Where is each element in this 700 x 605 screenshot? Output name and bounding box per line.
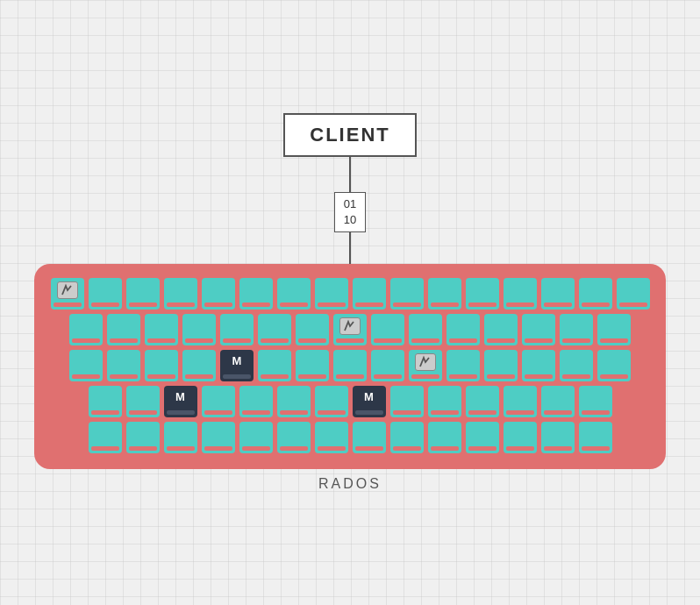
key-r4-10 (428, 386, 461, 417)
key-r1-10 (390, 278, 424, 310)
key-r3-8 (333, 350, 367, 381)
key-m-2: M (164, 386, 197, 417)
keyboard-wrapper: M (34, 264, 666, 492)
key-r1-14 (541, 278, 575, 310)
key-r3-6 (258, 350, 291, 381)
connector-line: 01 10 (334, 157, 366, 264)
key-r2-1 (69, 314, 103, 345)
key-r4-9 (390, 386, 424, 417)
key-m-1: M (220, 350, 254, 381)
key-r5-7 (315, 422, 348, 453)
line-bottom (349, 232, 351, 264)
key-r1-8 (315, 278, 348, 310)
key-r4-2 (126, 386, 160, 417)
key-r3-2 (107, 350, 140, 381)
key-r5-12 (504, 422, 537, 453)
data-packet-box: 01 10 (334, 192, 366, 232)
key-lambda-3 (409, 350, 442, 381)
key-row-2 (50, 314, 650, 345)
key-r3-15 (597, 350, 631, 381)
key-r2-7 (296, 314, 329, 345)
key-r5-1 (89, 422, 122, 453)
key-r2-12 (484, 314, 518, 345)
key-r5-4 (202, 422, 235, 453)
key-r5-3 (164, 422, 197, 453)
key-row-5 (50, 422, 650, 453)
key-r4-7 (315, 386, 348, 417)
key-r5-11 (466, 422, 499, 453)
diagram: CLIENT 01 10 (34, 113, 666, 492)
lambda-icon-3 (415, 353, 436, 371)
key-r1-2 (89, 278, 122, 310)
key-r1-13 (504, 278, 537, 310)
key-r1-12 (466, 278, 499, 310)
key-row-1 (50, 278, 650, 310)
key-r2-13 (522, 314, 555, 345)
key-r1-11 (428, 278, 461, 310)
key-row-4: M M (50, 386, 650, 417)
key-r2-10 (409, 314, 442, 345)
key-r1-3 (126, 278, 160, 310)
key-m-3: M (353, 386, 386, 417)
key-r1-5 (202, 278, 235, 310)
key-r2-15 (597, 314, 631, 345)
m-label-1: M (220, 354, 254, 367)
key-r5-2 (126, 422, 160, 453)
lambda-icon (57, 281, 78, 299)
key-r1-7 (277, 278, 311, 310)
key-r3-3 (145, 350, 178, 381)
client-box: CLIENT (283, 113, 416, 157)
key-r2-4 (182, 314, 216, 345)
line-top (349, 157, 351, 192)
lambda-icon-2 (339, 317, 361, 335)
key-r3-11 (446, 350, 480, 381)
key-r4-4 (202, 386, 235, 417)
key-r1-15 (579, 278, 612, 310)
key-r4-1 (89, 386, 122, 417)
key-r3-9 (371, 350, 404, 381)
key-r3-13 (522, 350, 555, 381)
key-r5-6 (277, 422, 311, 453)
key-r5-5 (239, 422, 273, 453)
data-line2: 10 (344, 213, 356, 226)
key-r3-4 (182, 350, 216, 381)
key-r2-2 (107, 314, 140, 345)
key-r1-16 (617, 278, 650, 310)
key-r4-6 (277, 386, 311, 417)
key-r4-12 (504, 386, 537, 417)
key-r4-5 (239, 386, 273, 417)
key-lambda-1 (51, 278, 84, 310)
key-r2-6 (258, 314, 291, 345)
key-r5-14 (579, 422, 612, 453)
key-r4-11 (466, 386, 499, 417)
key-r3-7 (296, 350, 329, 381)
key-r4-13 (541, 386, 575, 417)
client-label: CLIENT (310, 124, 389, 146)
data-line1: 01 (344, 197, 356, 210)
key-row-3: M (50, 350, 650, 381)
rados-label: RADOS (318, 476, 382, 492)
key-r1-9 (353, 278, 386, 310)
keyboard-rows: M (50, 278, 650, 453)
key-r1-6 (239, 278, 273, 310)
key-r5-8 (353, 422, 386, 453)
key-r2-3 (145, 314, 178, 345)
key-r3-1 (69, 350, 103, 381)
key-r3-14 (560, 350, 593, 381)
key-r3-12 (484, 350, 518, 381)
key-lambda-2 (333, 314, 367, 345)
m-label-3: M (353, 390, 386, 403)
key-r2-5 (220, 314, 254, 345)
key-r5-10 (428, 422, 461, 453)
key-r2-9 (371, 314, 404, 345)
m-label-2: M (164, 390, 197, 403)
key-r2-14 (560, 314, 593, 345)
key-r2-11 (446, 314, 480, 345)
key-r5-9 (390, 422, 424, 453)
key-r4-14 (579, 386, 612, 417)
key-r5-13 (541, 422, 575, 453)
key-r1-4 (164, 278, 197, 310)
keyboard: M (34, 264, 666, 469)
